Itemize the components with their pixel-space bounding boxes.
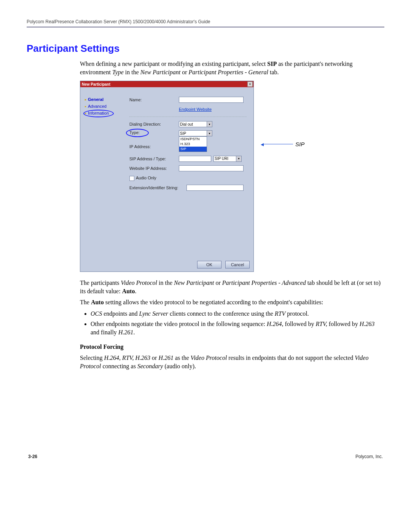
sip-type-dropdown[interactable]: ▼ [213, 156, 242, 162]
endpoint-website-link[interactable]: Endpoint Website [179, 107, 212, 112]
sidebar-item-general[interactable]: ▸General [85, 97, 122, 102]
website-ip-input[interactable] [179, 165, 244, 171]
new-participant-dialog: New Participant × ▸General ▸Advanced ▸In… [80, 81, 254, 272]
type-dropdown[interactable]: ▼ [179, 130, 212, 136]
label-extension: Extension/Identifier String: [129, 185, 186, 190]
sip-callout: SIP [263, 141, 304, 147]
annotation-ellipse [126, 129, 149, 137]
label-website-ip: Website IP Address: [129, 166, 179, 171]
cancel-button[interactable]: Cancel [225, 261, 250, 268]
section-title: Participant Settings [27, 43, 384, 54]
label-ip-address: IP Address: [129, 144, 179, 149]
intro-para: When defining a new participant or modif… [80, 60, 384, 76]
ok-button[interactable]: OK [197, 261, 221, 268]
label-sip-address: SIP Address / Type: [129, 157, 179, 161]
header-rule [27, 27, 384, 27]
dialing-direction-dropdown[interactable]: ▼ [179, 121, 212, 127]
sip-address-input[interactable] [179, 156, 211, 162]
bullet-list: OCS endpoints and Lync Server clients co… [80, 310, 384, 337]
type-dropdown-list[interactable]: ISDN/PSTN H.323 SIP [179, 136, 207, 152]
page-number: 3-26 [28, 454, 37, 459]
extension-input[interactable] [186, 185, 244, 191]
protocol-forcing-para: Selecting H.264, RTV, H.263 or H.261 as … [80, 354, 384, 370]
label-audio-only: Audio Only [136, 176, 156, 180]
name-input[interactable] [179, 97, 244, 103]
body-para-2: The Auto setting allows the video protoc… [80, 298, 384, 307]
body-para-1: The participants Video Protocol in the N… [80, 279, 384, 295]
sidebar-item-information[interactable]: ▸Information [85, 111, 122, 115]
page-header: Polycom RealPresence Collaboration Serve… [27, 19, 384, 27]
close-icon[interactable]: × [247, 81, 253, 87]
label-dialing-direction: Dialing Direction: [129, 122, 179, 126]
audio-only-checkbox[interactable] [129, 176, 134, 181]
footer-company: Polycom, Inc. [355, 454, 383, 459]
dialog-titlebar: New Participant × [80, 81, 253, 87]
annotation-ellipse [83, 110, 114, 117]
dialog-sidebar: ▸General ▸Advanced ▸Information [80, 87, 124, 259]
protocol-forcing-heading: Protocol Forcing [80, 343, 384, 351]
label-name: Name: [129, 97, 179, 102]
sidebar-item-advanced[interactable]: ▸Advanced [85, 104, 122, 109]
dialog-form: Name: Endpoint Website Dialing Direction… [124, 87, 253, 259]
dialog-title: New Participant [82, 82, 110, 86]
